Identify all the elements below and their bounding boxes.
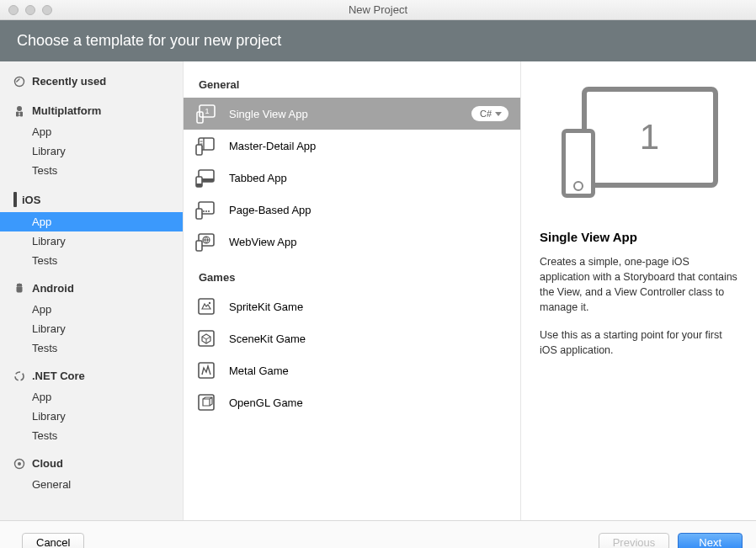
- svg-rect-24: [196, 241, 202, 251]
- sidebar-item-netcore-app[interactable]: App: [0, 387, 183, 407]
- sidebar-group-ios[interactable]: iOS: [0, 187, 183, 212]
- page-heading: Choose a template for your new project: [0, 20, 756, 61]
- preview-glyph: 1: [640, 117, 659, 157]
- sidebar-recent-label: Recently used: [32, 75, 106, 88]
- multiplatform-icon: [13, 105, 25, 117]
- sidebar-item-ios-library[interactable]: Library: [0, 231, 183, 251]
- template-label: Single View App: [229, 108, 460, 120]
- detail-pane: 1 Single View App Creates a simple, one-…: [521, 61, 756, 520]
- template-label: SceneKit Game: [229, 333, 508, 345]
- titlebar: New Project: [0, 0, 756, 20]
- opengl-icon: [195, 391, 217, 413]
- chevron-down-icon: [495, 112, 502, 116]
- sidebar-item-netcore-library[interactable]: Library: [0, 407, 183, 426]
- cloud-icon: [13, 458, 25, 470]
- detail-description-1: Creates a simple, one-page iOS applicati…: [540, 254, 737, 316]
- single-view-icon: 1: [195, 103, 217, 125]
- template-label: SpriteKit Game: [229, 301, 508, 313]
- sidebar-item-android-library[interactable]: Library: [0, 319, 183, 338]
- sidebar-group-cloud[interactable]: Cloud: [0, 452, 183, 475]
- svg-point-18: [203, 210, 205, 212]
- svg-rect-16: [196, 184, 202, 187]
- iphone-icon: [562, 129, 595, 198]
- template-opengl-game[interactable]: OpenGL Game: [184, 386, 520, 418]
- recent-icon: [13, 76, 25, 88]
- template-list: General 1 Single View App C# Master-Deta…: [184, 61, 521, 520]
- spritekit-icon: [195, 295, 217, 317]
- sidebar: Recently used Multiplatform App Library …: [0, 61, 184, 520]
- ios-accent-icon: [13, 192, 17, 207]
- template-spritekit-game[interactable]: SpriteKit Game: [184, 290, 520, 322]
- template-label: Metal Game: [229, 364, 508, 377]
- sidebar-item-ios-tests[interactable]: Tests: [0, 251, 183, 270]
- sidebar-item-ios-app[interactable]: App: [0, 212, 183, 231]
- ipad-icon: 1: [582, 87, 718, 188]
- android-icon: [13, 283, 25, 295]
- sidebar-item-multiplatform-tests[interactable]: Tests: [0, 161, 183, 180]
- page-based-icon: [195, 199, 217, 221]
- svg-text:1: 1: [205, 107, 209, 115]
- detail-title: Single View App: [540, 230, 737, 244]
- svg-point-20: [208, 210, 210, 212]
- template-tabbed-app[interactable]: Tabbed App: [184, 162, 520, 194]
- svg-point-1: [15, 372, 24, 380]
- template-metal-game[interactable]: Metal Game: [184, 354, 520, 386]
- template-label: WebView App: [229, 236, 508, 248]
- sidebar-group-label: Android: [32, 282, 74, 295]
- netcore-icon: [13, 370, 25, 382]
- sidebar-group-multiplatform[interactable]: Multiplatform: [0, 99, 183, 122]
- template-label: Master-Detail App: [229, 140, 508, 152]
- sidebar-item-multiplatform-library[interactable]: Library: [0, 141, 183, 161]
- template-scenekit-game[interactable]: SceneKit Game: [184, 322, 520, 354]
- sidebar-item-netcore-tests[interactable]: Tests: [0, 426, 183, 445]
- body: Recently used Multiplatform App Library …: [0, 61, 756, 520]
- scenekit-icon: [195, 327, 217, 349]
- svg-point-26: [209, 302, 210, 304]
- next-button[interactable]: Next: [678, 533, 743, 549]
- template-master-detail-app[interactable]: Master-Detail App: [184, 130, 520, 162]
- sidebar-item-android-tests[interactable]: Tests: [0, 338, 183, 358]
- template-single-view-app[interactable]: 1 Single View App C#: [184, 98, 520, 130]
- language-selector[interactable]: C#: [471, 106, 508, 121]
- section-title-general: General: [184, 73, 520, 98]
- sidebar-group-label: Multiplatform: [32, 104, 101, 117]
- sidebar-item-cloud-general[interactable]: General: [0, 475, 183, 494]
- template-label: OpenGL Game: [229, 396, 508, 409]
- svg-point-19: [205, 210, 207, 212]
- sidebar-group-label: Cloud: [32, 457, 63, 470]
- webview-icon: [195, 231, 217, 253]
- svg-rect-21: [196, 209, 202, 219]
- master-detail-icon: [195, 135, 217, 157]
- tabbed-icon: [195, 167, 217, 189]
- svg-point-3: [18, 462, 21, 466]
- previous-button[interactable]: Previous: [599, 533, 670, 549]
- section-title-games: Games: [184, 266, 520, 290]
- template-label: Tabbed App: [229, 172, 508, 184]
- svg-rect-12: [196, 145, 202, 155]
- sidebar-group-label: iOS: [22, 194, 40, 206]
- window-title: New Project: [0, 3, 756, 16]
- sidebar-item-multiplatform-app[interactable]: App: [0, 122, 183, 141]
- sidebar-group-android[interactable]: Android: [0, 277, 183, 300]
- cancel-button[interactable]: Cancel: [22, 533, 84, 549]
- detail-description-2: Use this as a starting point for your fi…: [540, 327, 737, 358]
- template-webview-app[interactable]: WebView App: [184, 226, 520, 258]
- template-label: Page-Based App: [229, 204, 508, 216]
- template-preview: 1: [555, 82, 723, 208]
- footer: Cancel Previous Next: [0, 520, 756, 548]
- sidebar-group-netcore[interactable]: .NET Core: [0, 364, 183, 387]
- language-label: C#: [480, 109, 492, 119]
- sidebar-recent[interactable]: Recently used: [0, 70, 183, 93]
- metal-icon: [195, 359, 217, 381]
- sidebar-group-label: .NET Core: [32, 370, 85, 382]
- sidebar-item-android-app[interactable]: App: [0, 300, 183, 319]
- template-page-based-app[interactable]: Page-Based App: [184, 194, 520, 226]
